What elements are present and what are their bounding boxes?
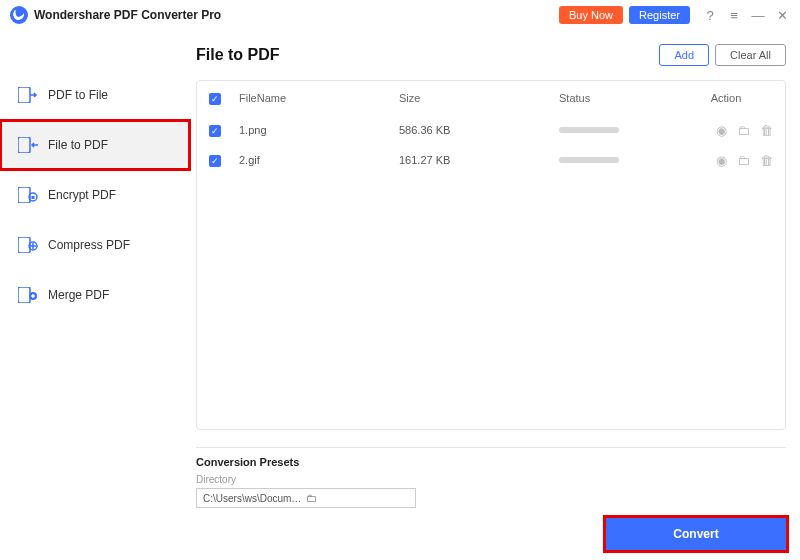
compress-icon	[18, 237, 38, 253]
cell-filename: 1.png	[239, 124, 399, 136]
col-status: Status	[559, 92, 679, 104]
app-logo-icon	[10, 6, 28, 24]
folder-icon[interactable]: 🗀	[737, 153, 750, 168]
add-button[interactable]: Add	[659, 44, 709, 66]
sidebar-item-label: PDF to File	[48, 88, 108, 102]
content-area: File to PDF Add Clear All ✓ FileName Siz…	[190, 30, 800, 560]
directory-label: Directory	[196, 474, 786, 485]
convert-button[interactable]: Convert	[606, 518, 786, 550]
help-icon[interactable]: ?	[700, 5, 720, 25]
close-icon[interactable]: ✕	[772, 5, 792, 25]
sidebar-item-label: Compress PDF	[48, 238, 130, 252]
delete-icon[interactable]: 🗑	[760, 153, 773, 168]
svg-rect-4	[32, 196, 35, 199]
svg-rect-0	[18, 87, 30, 103]
sidebar-item-label: Merge PDF	[48, 288, 109, 302]
browse-folder-icon[interactable]: 🗀	[306, 492, 409, 504]
buy-now-button[interactable]: Buy Now	[559, 6, 623, 24]
select-all-checkbox[interactable]: ✓	[209, 93, 221, 105]
folder-icon[interactable]: 🗀	[737, 123, 750, 138]
svg-rect-5	[18, 237, 30, 253]
row-checkbox[interactable]: ✓	[209, 125, 221, 137]
col-size: Size	[399, 92, 559, 104]
page-header: File to PDF Add Clear All	[196, 30, 786, 80]
menu-icon[interactable]: ≡	[724, 5, 744, 25]
directory-value: C:\Users\ws\Documents\PDFConvert	[203, 493, 306, 504]
cell-size: 586.36 KB	[399, 124, 559, 136]
progress-bar	[559, 127, 619, 133]
clear-all-button[interactable]: Clear All	[715, 44, 786, 66]
lock-icon	[18, 187, 38, 203]
directory-field[interactable]: C:\Users\ws\Documents\PDFConvert 🗀	[196, 488, 416, 508]
svg-rect-1	[18, 137, 30, 153]
cell-size: 161.27 KB	[399, 154, 559, 166]
merge-icon	[18, 287, 38, 303]
preview-icon[interactable]: ◉	[716, 153, 727, 168]
register-button[interactable]: Register	[629, 6, 690, 24]
col-action: Action	[679, 92, 773, 104]
sidebar-item-merge-pdf[interactable]: Merge PDF	[0, 270, 190, 320]
sidebar-item-file-to-pdf[interactable]: File to PDF	[0, 120, 190, 170]
sidebar-item-label: Encrypt PDF	[48, 188, 116, 202]
preview-icon[interactable]: ◉	[716, 123, 727, 138]
export-icon	[18, 87, 38, 103]
import-icon	[18, 137, 38, 153]
file-table: ✓ FileName Size Status Action ✓ 1.png 58…	[196, 80, 786, 430]
sidebar: PDF to File File to PDF Encrypt PDF Comp…	[0, 30, 190, 560]
svg-rect-2	[18, 187, 30, 203]
presets-title: Conversion Presets	[196, 456, 786, 468]
titlebar: Wondershare PDF Converter Pro Buy Now Re…	[0, 0, 800, 30]
conversion-presets: Conversion Presets Directory C:\Users\ws…	[196, 447, 786, 508]
sidebar-item-pdf-to-file[interactable]: PDF to File	[0, 70, 190, 120]
table-row: ✓ 2.gif 161.27 KB ◉ 🗀 🗑	[197, 145, 785, 175]
table-header: ✓ FileName Size Status Action	[197, 81, 785, 115]
sidebar-item-label: File to PDF	[48, 138, 108, 152]
page-title: File to PDF	[196, 46, 280, 64]
col-filename: FileName	[239, 92, 399, 104]
svg-rect-7	[18, 287, 30, 303]
progress-bar	[559, 157, 619, 163]
cell-filename: 2.gif	[239, 154, 399, 166]
sidebar-item-encrypt-pdf[interactable]: Encrypt PDF	[0, 170, 190, 220]
row-checkbox[interactable]: ✓	[209, 155, 221, 167]
convert-highlight: Convert	[606, 518, 786, 550]
table-row: ✓ 1.png 586.36 KB ◉ 🗀 🗑	[197, 115, 785, 145]
delete-icon[interactable]: 🗑	[760, 123, 773, 138]
sidebar-item-compress-pdf[interactable]: Compress PDF	[0, 220, 190, 270]
app-title: Wondershare PDF Converter Pro	[34, 8, 221, 22]
minimize-icon[interactable]: —	[748, 5, 768, 25]
